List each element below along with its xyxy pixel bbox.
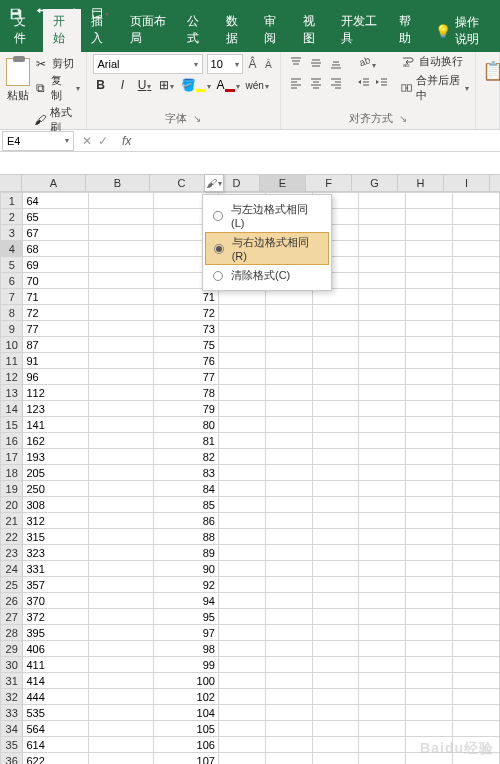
cell-G8[interactable] <box>359 305 406 321</box>
row-header[interactable]: 29 <box>1 641 23 657</box>
row-header[interactable]: 5 <box>1 257 23 273</box>
row-header[interactable]: 11 <box>1 353 23 369</box>
row-header[interactable]: 33 <box>1 705 23 721</box>
cell-C12[interactable]: 77 <box>153 369 218 385</box>
align-launcher[interactable]: ↘ <box>399 113 407 124</box>
formula-input[interactable] <box>137 131 500 151</box>
cell-I3[interactable] <box>453 225 500 241</box>
row-header[interactable]: 24 <box>1 561 23 577</box>
cell-G13[interactable] <box>359 385 406 401</box>
cell-A7[interactable]: 71 <box>23 289 88 305</box>
cell-E14[interactable] <box>265 401 312 417</box>
cell-H17[interactable] <box>406 449 453 465</box>
cell-I33[interactable] <box>453 705 500 721</box>
row-header[interactable]: 18 <box>1 465 23 481</box>
cell-A23[interactable]: 323 <box>23 545 88 561</box>
cell-G26[interactable] <box>359 593 406 609</box>
cell-F15[interactable] <box>312 417 359 433</box>
cell-D8[interactable] <box>218 305 265 321</box>
row-header[interactable]: 3 <box>1 225 23 241</box>
cell-B32[interactable] <box>88 689 153 705</box>
cell-E20[interactable] <box>265 497 312 513</box>
cell-G11[interactable] <box>359 353 406 369</box>
cell-C22[interactable]: 88 <box>153 529 218 545</box>
cell-E12[interactable] <box>265 369 312 385</box>
row-header[interactable]: 4 <box>1 241 23 257</box>
cell-D11[interactable] <box>218 353 265 369</box>
row-header[interactable]: 22 <box>1 529 23 545</box>
cell-A22[interactable]: 315 <box>23 529 88 545</box>
col-header-I[interactable]: I <box>444 175 490 191</box>
cell-F23[interactable] <box>312 545 359 561</box>
cell-F22[interactable] <box>312 529 359 545</box>
cell-H33[interactable] <box>406 705 453 721</box>
align-left-button[interactable] <box>287 74 305 92</box>
row-header[interactable]: 32 <box>1 689 23 705</box>
cell-E36[interactable] <box>265 753 312 765</box>
cell-I5[interactable] <box>453 257 500 273</box>
cell-B2[interactable] <box>88 209 153 225</box>
cell-G3[interactable] <box>359 225 406 241</box>
cell-G36[interactable] <box>359 753 406 765</box>
cell-C17[interactable]: 82 <box>153 449 218 465</box>
cell-I1[interactable] <box>453 193 500 209</box>
cell-A2[interactable]: 65 <box>23 209 88 225</box>
cell-B25[interactable] <box>88 577 153 593</box>
cell-C19[interactable]: 84 <box>153 481 218 497</box>
font-size-select[interactable]: 10▾ <box>207 54 243 74</box>
cell-B24[interactable] <box>88 561 153 577</box>
cell-A21[interactable]: 312 <box>23 513 88 529</box>
cell-G22[interactable] <box>359 529 406 545</box>
row-header[interactable]: 2 <box>1 209 23 225</box>
cell-A31[interactable]: 414 <box>23 673 88 689</box>
cell-E9[interactable] <box>265 321 312 337</box>
paste-button[interactable]: 粘贴 <box>6 54 30 135</box>
cell-E29[interactable] <box>265 641 312 657</box>
italic-button[interactable]: I <box>115 78 131 92</box>
decrease-indent-button[interactable] <box>357 76 371 94</box>
cell-I29[interactable] <box>453 641 500 657</box>
cell-A16[interactable]: 162 <box>23 433 88 449</box>
cell-B34[interactable] <box>88 721 153 737</box>
row-header[interactable]: 36 <box>1 753 23 765</box>
cell-F13[interactable] <box>312 385 359 401</box>
tab-view[interactable]: 视图 <box>293 9 332 52</box>
cell-G6[interactable] <box>359 273 406 289</box>
cell-B29[interactable] <box>88 641 153 657</box>
cell-B6[interactable] <box>88 273 153 289</box>
cell-F16[interactable] <box>312 433 359 449</box>
cell-I13[interactable] <box>453 385 500 401</box>
cell-G21[interactable] <box>359 513 406 529</box>
cell-I15[interactable] <box>453 417 500 433</box>
cell-G29[interactable] <box>359 641 406 657</box>
cell-C18[interactable]: 83 <box>153 465 218 481</box>
cell-H14[interactable] <box>406 401 453 417</box>
cell-A33[interactable]: 535 <box>23 705 88 721</box>
cell-I8[interactable] <box>453 305 500 321</box>
cell-A18[interactable]: 205 <box>23 465 88 481</box>
tab-insert[interactable]: 插入 <box>81 9 120 52</box>
orientation-button[interactable]: ab▾ <box>357 54 389 72</box>
cell-A32[interactable]: 444 <box>23 689 88 705</box>
cell-C36[interactable]: 107 <box>153 753 218 765</box>
cell-D25[interactable] <box>218 577 265 593</box>
cell-F30[interactable] <box>312 657 359 673</box>
cell-E32[interactable] <box>265 689 312 705</box>
row-header[interactable]: 28 <box>1 625 23 641</box>
cell-F35[interactable] <box>312 737 359 753</box>
tab-home[interactable]: 开始 <box>43 9 82 52</box>
cell-I18[interactable] <box>453 465 500 481</box>
cell-I4[interactable] <box>453 241 500 257</box>
cell-A1[interactable]: 64 <box>23 193 88 209</box>
cell-C28[interactable]: 97 <box>153 625 218 641</box>
cell-G23[interactable] <box>359 545 406 561</box>
cell-E19[interactable] <box>265 481 312 497</box>
cell-G4[interactable] <box>359 241 406 257</box>
cell-C35[interactable]: 106 <box>153 737 218 753</box>
cell-D33[interactable] <box>218 705 265 721</box>
cell-G20[interactable] <box>359 497 406 513</box>
cell-C8[interactable]: 72 <box>153 305 218 321</box>
cell-C10[interactable]: 75 <box>153 337 218 353</box>
cell-D12[interactable] <box>218 369 265 385</box>
font-color-button[interactable]: A▾ <box>217 78 240 92</box>
